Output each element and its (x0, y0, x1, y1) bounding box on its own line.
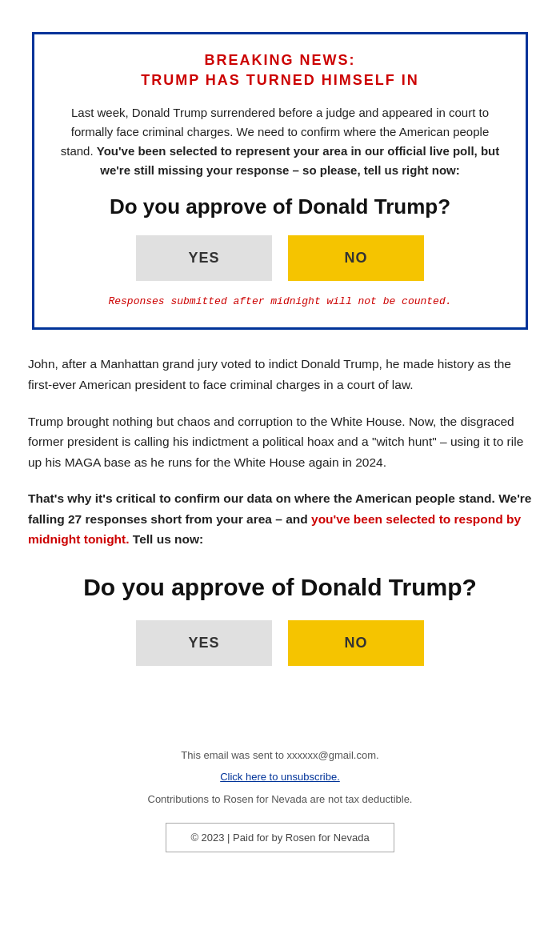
second-poll-question: Do you approve of Donald Trump? (28, 574, 532, 601)
footer-legal-box: © 2023 | Paid for by Rosen for Nevada (166, 823, 394, 852)
first-poll-question: Do you approve of Donald Trump? (58, 194, 502, 219)
footer-section: This email was sent to xxxxxx@gmail.com.… (0, 738, 560, 868)
page-wrapper: BREAKING NEWS: TRUMP HAS TURNED HIMSELF … (0, 0, 560, 884)
second-poll-section: Do you approve of Donald Trump? YES NO (28, 574, 532, 666)
paragraph-3: That's why it's critical to confirm our … (28, 488, 532, 550)
breaking-body-text: Last week, Donald Trump surrendered befo… (58, 103, 502, 180)
second-yes-button[interactable]: YES (136, 620, 272, 666)
second-poll-buttons: YES NO (28, 620, 532, 666)
paragraph-1: John, after a Manhattan grand jury voted… (28, 354, 532, 395)
paragraph-2: Trump brought nothing but chaos and corr… (28, 411, 532, 473)
headline-line1: BREAKING NEWS: (205, 52, 356, 68)
body-section: John, after a Manhattan grand jury voted… (28, 354, 532, 550)
footer-unsubscribe: Click here to unsubscribe. (16, 768, 544, 786)
unsubscribe-link[interactable]: Click here to unsubscribe. (220, 771, 340, 783)
breaking-news-box: BREAKING NEWS: TRUMP HAS TURNED HIMSELF … (32, 32, 528, 330)
headline-line2: TRUMP HAS TURNED HIMSELF IN (141, 72, 419, 88)
footer-legal-text: © 2023 | Paid for by Rosen for Nevada (190, 832, 369, 844)
first-yes-button[interactable]: YES (136, 235, 272, 281)
first-poll-buttons: YES NO (58, 235, 502, 281)
second-no-button[interactable]: NO (288, 620, 424, 666)
footer-contributions: Contributions to Rosen for Nevada are no… (16, 790, 544, 808)
footer-email-line: This email was sent to xxxxxx@gmail.com. (16, 746, 544, 764)
deadline-notice: Responses submitted after midnight will … (58, 295, 502, 307)
paragraph3-end: Tell us now: (133, 532, 203, 546)
breaking-headline: BREAKING NEWS: TRUMP HAS TURNED HIMSELF … (58, 50, 502, 90)
first-no-button[interactable]: NO (288, 235, 424, 281)
footer-spacer (0, 690, 560, 738)
body-bold-text: You've been selected to represent your a… (97, 144, 499, 177)
